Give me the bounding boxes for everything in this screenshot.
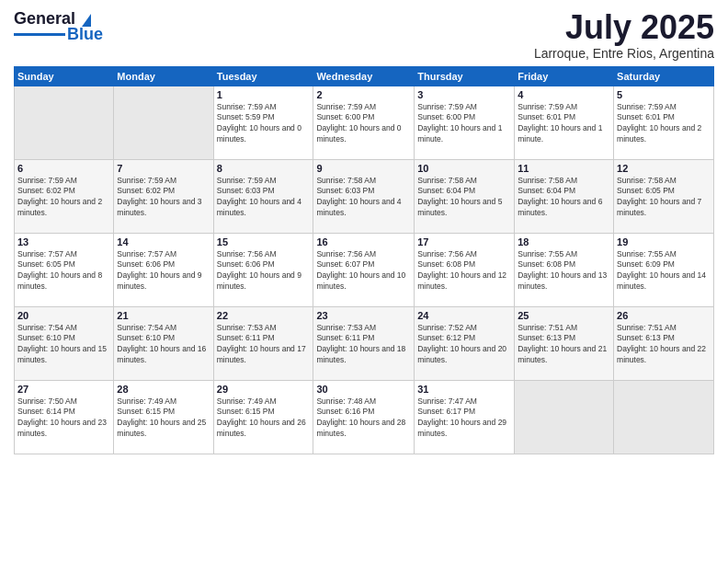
sunrise-text: Sunrise: 7:56 AM: [316, 249, 411, 260]
calendar-cell: 22Sunrise: 7:53 AMSunset: 6:11 PMDayligh…: [213, 306, 313, 380]
calendar-cell: 12Sunrise: 7:58 AMSunset: 6:05 PMDayligh…: [614, 159, 714, 233]
day-number: 27: [17, 384, 110, 395]
day-number: 11: [518, 163, 610, 174]
daylight-text: Daylight: 10 hours and 15 minutes.: [17, 344, 110, 366]
col-friday: Friday: [515, 66, 614, 86]
calendar-cell: 6Sunrise: 7:59 AMSunset: 6:02 PMDaylight…: [15, 159, 114, 233]
sunset-text: Sunset: 6:11 PM: [316, 333, 411, 344]
sunset-text: Sunset: 6:17 PM: [417, 407, 511, 418]
calendar-week-1: 1Sunrise: 7:59 AMSunset: 5:59 PMDaylight…: [15, 86, 714, 159]
day-number: 19: [617, 236, 711, 247]
calendar-cell: 17Sunrise: 7:56 AMSunset: 6:08 PMDayligh…: [415, 233, 515, 306]
daylight-text: Daylight: 10 hours and 10 minutes.: [316, 270, 411, 293]
day-detail: Sunrise: 7:49 AMSunset: 6:15 PMDaylight:…: [117, 396, 210, 441]
day-detail: Sunrise: 7:59 AMSunset: 6:00 PMDaylight:…: [417, 102, 511, 146]
daylight-text: Daylight: 10 hours and 2 minutes.: [17, 197, 110, 219]
daylight-text: Daylight: 10 hours and 0 minutes.: [316, 123, 411, 145]
sunset-text: Sunset: 6:01 PM: [518, 112, 610, 123]
day-detail: Sunrise: 7:53 AMSunset: 6:11 PMDaylight:…: [316, 323, 411, 367]
day-detail: Sunrise: 7:50 AMSunset: 6:14 PMDaylight:…: [17, 396, 110, 441]
day-number: 21: [117, 310, 210, 321]
day-detail: Sunrise: 7:57 AMSunset: 6:06 PMDaylight:…: [117, 249, 210, 293]
col-tuesday: Tuesday: [213, 66, 313, 86]
calendar-cell: 11Sunrise: 7:58 AMSunset: 6:04 PMDayligh…: [515, 159, 614, 233]
sunrise-text: Sunrise: 7:59 AM: [217, 102, 311, 113]
daylight-text: Daylight: 10 hours and 22 minutes.: [617, 344, 711, 366]
daylight-text: Daylight: 10 hours and 23 minutes.: [17, 418, 110, 440]
day-detail: Sunrise: 7:59 AMSunset: 6:02 PMDaylight:…: [17, 176, 110, 220]
sunrise-text: Sunrise: 7:59 AM: [17, 176, 110, 187]
day-detail: Sunrise: 7:59 AMSunset: 5:59 PMDaylight:…: [217, 102, 311, 146]
daylight-text: Daylight: 10 hours and 7 minutes.: [617, 197, 711, 219]
sunrise-text: Sunrise: 7:59 AM: [316, 102, 411, 113]
calendar-cell: 21Sunrise: 7:54 AMSunset: 6:10 PMDayligh…: [114, 306, 213, 380]
day-number: 13: [17, 236, 110, 247]
daylight-text: Daylight: 10 hours and 6 minutes.: [518, 197, 610, 219]
daylight-text: Daylight: 10 hours and 18 minutes.: [316, 344, 411, 366]
sunrise-text: Sunrise: 7:49 AM: [217, 396, 311, 408]
day-number: 20: [17, 310, 110, 321]
col-wednesday: Wednesday: [313, 66, 415, 86]
day-detail: Sunrise: 7:47 AMSunset: 6:17 PMDaylight:…: [417, 396, 511, 441]
calendar-cell: 8Sunrise: 7:59 AMSunset: 6:03 PMDaylight…: [213, 159, 313, 233]
sunrise-text: Sunrise: 7:57 AM: [17, 249, 110, 260]
daylight-text: Daylight: 10 hours and 16 minutes.: [117, 344, 210, 366]
calendar-week-4: 20Sunrise: 7:54 AMSunset: 6:10 PMDayligh…: [15, 306, 714, 380]
sunrise-text: Sunrise: 7:58 AM: [617, 176, 711, 187]
sunrise-text: Sunrise: 7:59 AM: [417, 102, 511, 113]
day-number: 1: [217, 89, 311, 100]
calendar-cell: 28Sunrise: 7:49 AMSunset: 6:15 PMDayligh…: [114, 380, 213, 454]
day-detail: Sunrise: 7:58 AMSunset: 6:04 PMDaylight:…: [518, 176, 610, 220]
day-number: 30: [316, 384, 411, 395]
sunrise-text: Sunrise: 7:55 AM: [518, 249, 610, 260]
header: General Blue July 2025 Larroque, Entre R…: [14, 9, 714, 61]
sunrise-text: Sunrise: 7:59 AM: [617, 102, 711, 113]
daylight-text: Daylight: 10 hours and 2 minutes.: [617, 123, 711, 145]
calendar-cell: 29Sunrise: 7:49 AMSunset: 6:15 PMDayligh…: [213, 380, 313, 454]
day-number: 15: [217, 236, 311, 247]
day-number: 5: [617, 89, 711, 100]
day-detail: Sunrise: 7:55 AMSunset: 6:08 PMDaylight:…: [518, 249, 610, 293]
day-number: 9: [316, 163, 411, 174]
daylight-text: Daylight: 10 hours and 26 minutes.: [217, 418, 311, 440]
day-detail: Sunrise: 7:59 AMSunset: 6:03 PMDaylight:…: [217, 176, 311, 220]
calendar-cell: [15, 86, 114, 159]
col-saturday: Saturday: [614, 66, 714, 86]
calendar-cell: 26Sunrise: 7:51 AMSunset: 6:13 PMDayligh…: [614, 306, 714, 380]
sunset-text: Sunset: 6:13 PM: [617, 333, 711, 344]
sunrise-text: Sunrise: 7:58 AM: [518, 176, 610, 187]
logo-blue: Blue: [67, 25, 103, 44]
day-detail: Sunrise: 7:52 AMSunset: 6:12 PMDaylight:…: [417, 323, 511, 367]
daylight-text: Daylight: 10 hours and 1 minute.: [518, 123, 610, 145]
col-thursday: Thursday: [415, 66, 515, 86]
calendar-cell: [515, 380, 614, 454]
sunset-text: Sunset: 6:10 PM: [17, 333, 110, 344]
daylight-text: Daylight: 10 hours and 14 minutes.: [617, 270, 711, 293]
sunset-text: Sunset: 6:16 PM: [316, 407, 411, 418]
sunrise-text: Sunrise: 7:48 AM: [316, 396, 411, 408]
sunset-text: Sunset: 6:04 PM: [417, 186, 511, 197]
day-number: 18: [518, 236, 610, 247]
sunset-text: Sunset: 6:11 PM: [217, 333, 311, 344]
calendar-table: Sunday Monday Tuesday Wednesday Thursday…: [14, 66, 714, 454]
sunset-text: Sunset: 6:07 PM: [316, 259, 411, 270]
day-number: 10: [417, 163, 511, 174]
calendar-cell: 9Sunrise: 7:58 AMSunset: 6:03 PMDaylight…: [313, 159, 415, 233]
calendar-cell: 31Sunrise: 7:47 AMSunset: 6:17 PMDayligh…: [415, 380, 515, 454]
sunrise-text: Sunrise: 7:52 AM: [417, 323, 511, 334]
title-area: July 2025 Larroque, Entre Rios, Argentin…: [534, 9, 714, 61]
calendar-cell: 10Sunrise: 7:58 AMSunset: 6:04 PMDayligh…: [415, 159, 515, 233]
sunrise-text: Sunrise: 7:58 AM: [316, 176, 411, 187]
day-detail: Sunrise: 7:53 AMSunset: 6:11 PMDaylight:…: [217, 323, 311, 367]
sunrise-text: Sunrise: 7:59 AM: [217, 176, 311, 187]
day-number: 16: [316, 236, 411, 247]
sunset-text: Sunset: 6:02 PM: [17, 186, 110, 197]
sunset-text: Sunset: 6:02 PM: [117, 186, 210, 197]
daylight-text: Daylight: 10 hours and 28 minutes.: [316, 418, 411, 440]
calendar-cell: 27Sunrise: 7:50 AMSunset: 6:14 PMDayligh…: [15, 380, 114, 454]
calendar-cell: [114, 86, 213, 159]
sunset-text: Sunset: 6:00 PM: [316, 112, 411, 123]
daylight-text: Daylight: 10 hours and 13 minutes.: [518, 270, 610, 293]
calendar-cell: 13Sunrise: 7:57 AMSunset: 6:05 PMDayligh…: [15, 233, 114, 306]
sunrise-text: Sunrise: 7:47 AM: [417, 396, 511, 408]
